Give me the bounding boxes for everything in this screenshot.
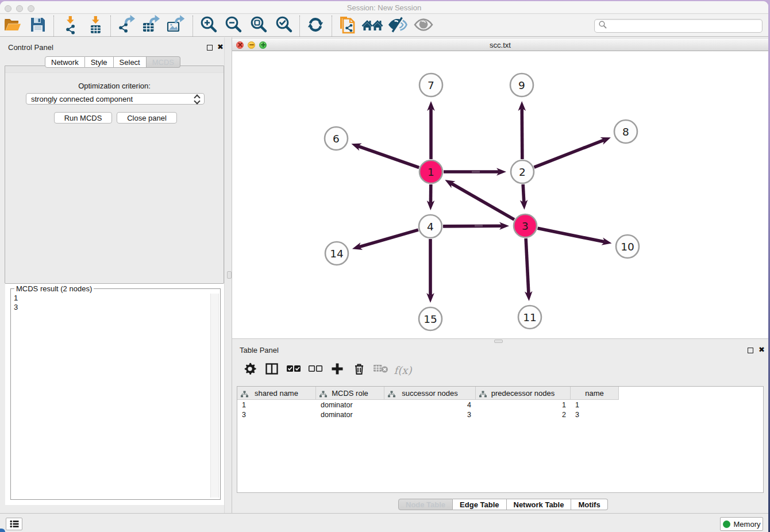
open-session-icon xyxy=(3,15,22,37)
delete-table-button[interactable] xyxy=(374,363,388,377)
column-header-name[interactable]: name xyxy=(571,387,619,400)
close-panel-button[interactable]: Close panel xyxy=(117,112,177,124)
column-header-predecessor-nodes[interactable]: predecessor nodes xyxy=(476,387,571,400)
column-header-MCDS-role[interactable]: MCDS role xyxy=(316,387,384,400)
table-cell[interactable]: 1 xyxy=(476,400,566,410)
table-cell[interactable]: dominator xyxy=(321,400,353,410)
network-view-window: scc.txt 7968124314101511 xyxy=(232,39,768,338)
tab-network[interactable]: Network xyxy=(45,56,85,68)
table-cell[interactable]: 1 xyxy=(242,400,246,410)
vertical-splitter-handle[interactable] xyxy=(227,271,232,279)
table-cell[interactable]: 3 xyxy=(242,410,246,420)
gear-button[interactable] xyxy=(242,363,257,377)
delete-column-button[interactable] xyxy=(352,363,367,377)
table-cell[interactable]: 2 xyxy=(476,410,566,420)
table-cell[interactable]: 1 xyxy=(575,400,579,410)
horizontal-splitter[interactable] xyxy=(232,338,768,344)
memory-label: Memory xyxy=(734,520,761,529)
network-window-title: scc.txt xyxy=(232,41,768,49)
table-tabs: Node TableEdge TableNetwork TableMotifs xyxy=(398,499,608,510)
tab-style[interactable]: Style xyxy=(85,56,114,68)
show-button[interactable] xyxy=(413,16,434,36)
table-cell[interactable]: 3 xyxy=(384,410,471,420)
graph-edge-2-9[interactable] xyxy=(522,108,522,159)
deselect-all-button[interactable] xyxy=(308,363,323,377)
optimization-criterion-label: Optimization criterion: xyxy=(5,82,224,90)
select-all-button[interactable] xyxy=(286,363,301,377)
mcds-result-title: MCDS result (2 nodes) xyxy=(14,284,94,293)
network-canvas[interactable]: 7968124314101511 xyxy=(232,51,768,338)
graph-edge-1-6[interactable] xyxy=(358,146,419,167)
export-table-icon xyxy=(141,15,160,37)
control-panel: Control Panel ✖ NetworkStyleSelectMCDS O… xyxy=(0,37,224,513)
function-builder-button[interactable]: f(x) xyxy=(395,363,410,377)
toolbar-separator xyxy=(299,16,300,36)
close-panel-icon[interactable]: ✖ xyxy=(217,43,224,51)
vertical-splitter[interactable] xyxy=(224,37,232,513)
add-column-button[interactable] xyxy=(330,363,345,377)
zoom-selected-icon xyxy=(274,15,294,37)
tab-edge-table[interactable]: Edge Table xyxy=(453,499,506,510)
network-window-titlebar: scc.txt xyxy=(232,39,768,51)
result-scrollbar[interactable] xyxy=(210,294,219,498)
duplicate-network-button[interactable] xyxy=(337,16,358,36)
run-mcds-button[interactable]: Run MCDS xyxy=(54,112,112,124)
table-float-icon[interactable] xyxy=(748,348,753,353)
zoom-fit-button[interactable] xyxy=(248,16,269,36)
graph-edge-3-11[interactable] xyxy=(526,238,529,294)
zoom-selected-button[interactable] xyxy=(274,16,294,36)
mcds-result-list[interactable]: 1 3 xyxy=(12,294,210,498)
tab-network-table[interactable]: Network Table xyxy=(507,499,572,510)
graph-node-label: 6 xyxy=(333,133,340,145)
gear-icon xyxy=(243,362,257,378)
import-network-button[interactable] xyxy=(60,16,80,36)
import-table-button[interactable] xyxy=(85,16,106,36)
column-header-successor-nodes[interactable]: successor nodes xyxy=(384,387,476,400)
graph-edge-3-10[interactable] xyxy=(538,228,605,242)
export-network-button[interactable] xyxy=(116,16,136,36)
table-cell[interactable]: 4 xyxy=(384,400,471,410)
graph-edge-4-3[interactable] xyxy=(443,226,502,226)
graph-edge-2-8[interactable] xyxy=(534,140,605,167)
split-columns-button[interactable] xyxy=(264,363,279,377)
mcds-tab-panel: Optimization criterion: strongly connect… xyxy=(5,65,224,284)
memory-button[interactable]: Memory xyxy=(720,517,763,531)
network-graph: 7968124314101511 xyxy=(232,51,768,338)
hide-button[interactable] xyxy=(387,16,408,36)
delete-table-icon xyxy=(374,363,388,377)
criterion-select[interactable]: strongly connected component xyxy=(26,93,205,105)
table-cell[interactable]: dominator xyxy=(321,410,353,420)
export-image-button[interactable] xyxy=(165,16,186,36)
home-button[interactable] xyxy=(362,16,383,36)
column-header-label: predecessor nodes xyxy=(476,389,570,398)
search-icon xyxy=(598,20,607,32)
status-bar: Memory xyxy=(0,513,768,532)
refresh-button[interactable] xyxy=(305,16,326,36)
save-session-button[interactable] xyxy=(28,16,48,36)
zoom-in-icon xyxy=(199,15,218,37)
zoom-out-button[interactable] xyxy=(223,16,244,36)
tab-mcds[interactable]: MCDS xyxy=(147,56,180,68)
table-cell[interactable]: 3 xyxy=(575,410,579,420)
graph-node-label: 7 xyxy=(428,79,434,91)
open-session-button[interactable] xyxy=(2,16,23,36)
split-columns-icon xyxy=(265,362,279,378)
tab-select[interactable]: Select xyxy=(114,56,147,68)
table-close-icon[interactable]: ✖ xyxy=(759,345,765,354)
graph-edge-3-1[interactable] xyxy=(451,183,514,219)
select-all-icon xyxy=(286,362,301,378)
task-history-button[interactable] xyxy=(6,518,22,530)
zoom-in-button[interactable] xyxy=(198,16,219,36)
horizontal-splitter-handle[interactable] xyxy=(494,340,503,343)
float-panel-icon[interactable] xyxy=(207,45,213,51)
search-input[interactable] xyxy=(594,19,763,33)
column-header-shared-name[interactable]: shared name xyxy=(237,387,316,400)
table-toolbar: f(x) xyxy=(242,357,410,383)
tab-node-table[interactable]: Node Table xyxy=(398,499,453,510)
graph-edge-2-3[interactable] xyxy=(523,184,524,203)
memory-status-icon xyxy=(723,521,730,528)
graph-edge-4-14[interactable] xyxy=(359,230,418,247)
node-table: shared name MCDS role successor nodes pr… xyxy=(237,386,764,493)
export-table-button[interactable] xyxy=(140,16,161,36)
tab-motifs[interactable]: Motifs xyxy=(571,499,607,510)
